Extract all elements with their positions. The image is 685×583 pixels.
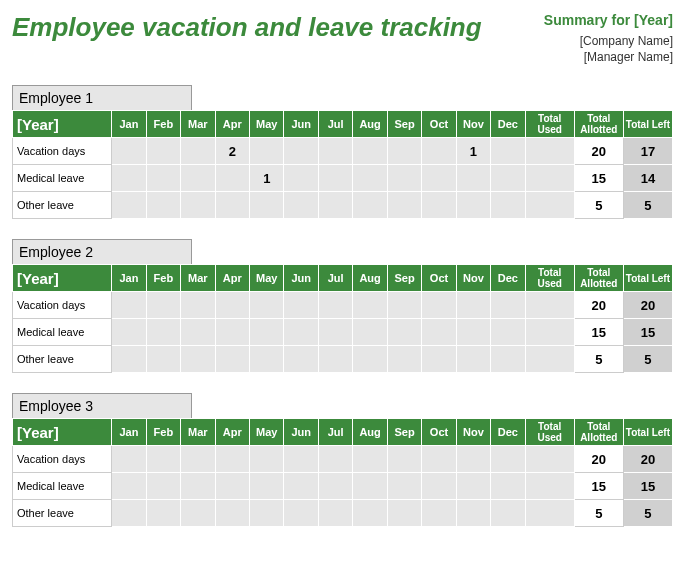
table-row: Medical leave1515 [13,473,673,500]
employee-name: Employee 2 [12,239,192,264]
month-cell [250,138,284,165]
employee-block: Employee 1[Year]JanFebMarAprMayJunJulAug… [12,85,673,219]
month-cell [146,292,180,319]
month-cell [353,165,387,192]
total-header: Total Used [525,111,574,138]
month-cell [284,292,318,319]
month-cell [387,165,421,192]
month-cell [456,500,490,527]
month-header: Apr [215,419,249,446]
month-header: May [250,265,284,292]
month-cell [215,165,249,192]
month-cell [112,138,146,165]
month-cell [146,500,180,527]
month-header: Oct [422,419,456,446]
year-header: [Year] [13,419,112,446]
month-header: Apr [215,265,249,292]
month-header: Mar [181,111,215,138]
total-used-cell [525,446,574,473]
month-header: Apr [215,111,249,138]
row-label: Other leave [13,192,112,219]
month-cell: 1 [456,138,490,165]
month-cell [215,319,249,346]
row-label: Vacation days [13,138,112,165]
total-allotted-cell: 15 [574,473,623,500]
month-header: Jan [112,419,146,446]
month-cell [146,192,180,219]
month-cell [284,473,318,500]
month-cell [387,346,421,373]
month-cell [181,192,215,219]
month-header: Oct [422,265,456,292]
month-header: Jun [284,265,318,292]
month-cell: 2 [215,138,249,165]
total-allotted-cell: 15 [574,319,623,346]
month-cell [353,138,387,165]
total-used-cell [525,192,574,219]
month-cell [318,500,352,527]
month-cell [146,346,180,373]
row-label: Vacation days [13,446,112,473]
row-label: Medical leave [13,319,112,346]
table-row: Other leave55 [13,500,673,527]
month-cell [112,192,146,219]
month-cell [284,192,318,219]
year-header: [Year] [13,265,112,292]
total-header: Total Left [623,111,672,138]
total-left-cell: 5 [623,500,672,527]
total-left-cell: 14 [623,165,672,192]
month-cell [112,319,146,346]
month-cell [491,165,525,192]
month-cell [318,446,352,473]
total-left-cell: 5 [623,346,672,373]
month-cell [422,319,456,346]
employee-name: Employee 3 [12,393,192,418]
month-cell [112,346,146,373]
month-cell [215,446,249,473]
month-header: Jun [284,419,318,446]
month-cell [318,138,352,165]
month-header: Nov [456,265,490,292]
month-cell [387,138,421,165]
month-cell [422,138,456,165]
month-cell [456,473,490,500]
month-cell: 1 [250,165,284,192]
employee-name: Employee 1 [12,85,192,110]
month-cell [318,192,352,219]
month-header: Feb [146,111,180,138]
total-left-cell: 15 [623,473,672,500]
month-cell [318,473,352,500]
month-cell [353,473,387,500]
row-label: Vacation days [13,292,112,319]
month-header: Sep [387,419,421,446]
table-row: Other leave55 [13,346,673,373]
month-cell [422,192,456,219]
leave-table: [Year]JanFebMarAprMayJunJulAugSepOctNovD… [12,110,673,219]
month-cell [456,319,490,346]
table-row: Vacation days2020 [13,446,673,473]
table-row: Medical leave11514 [13,165,673,192]
total-left-cell: 5 [623,192,672,219]
month-cell [284,138,318,165]
employee-block: Employee 2[Year]JanFebMarAprMayJunJulAug… [12,239,673,373]
total-used-cell [525,165,574,192]
total-allotted-cell: 20 [574,446,623,473]
month-cell [250,346,284,373]
month-cell [215,292,249,319]
month-cell [456,192,490,219]
total-allotted-cell: 5 [574,192,623,219]
month-cell [318,165,352,192]
month-cell [146,165,180,192]
month-header: Jan [112,265,146,292]
month-header: Jan [112,111,146,138]
month-cell [491,319,525,346]
month-header: Mar [181,419,215,446]
month-cell [353,500,387,527]
month-header: Sep [387,111,421,138]
month-cell [422,292,456,319]
total-used-cell [525,138,574,165]
total-header: Total Left [623,265,672,292]
row-label: Medical leave [13,473,112,500]
month-header: Aug [353,265,387,292]
month-cell [422,500,456,527]
